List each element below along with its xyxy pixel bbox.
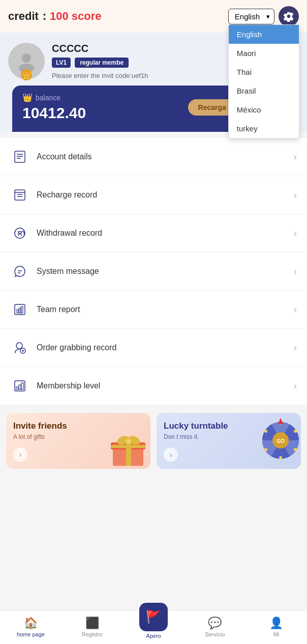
recharge-record-label: Recharge record [37,190,294,200]
level-badge: LV1 [52,58,71,68]
team-report-arrow: › [294,304,297,315]
nav-apero-label: Apero [146,633,161,639]
order-grabbing-label: Order grabbing record [37,343,294,352]
settings-button[interactable] [279,6,299,26]
lang-english[interactable]: English [229,25,299,44]
crown-badge: 👑 [21,69,32,80]
nav-servicio[interactable]: 💬 Servicio [184,617,245,637]
lucky-turntable-arrow[interactable]: › [164,447,178,462]
credit-label: credit：100 score [8,9,101,24]
member-badge: regular membe [75,58,129,68]
nav-mi-label: Mi [273,631,280,637]
menu-item-team-report[interactable]: Team report › [0,291,307,329]
svg-rect-29 [111,445,145,448]
language-menu: English Maori Thai Brasil México turkey [228,24,299,138]
apero-center-icon: 🚩 [139,603,168,631]
order-grabbing-icon [10,338,29,357]
lang-maori[interactable]: Maori [229,44,299,63]
balance-amount: 10412.40 [22,104,86,122]
svg-rect-15 [17,310,18,313]
mi-icon: 👤 [269,617,283,630]
account-details-arrow: › [294,152,297,162]
menu-item-account-details[interactable]: Account details › [0,138,307,176]
svg-rect-2 [15,151,25,162]
language-selected: English [235,12,260,21]
menu-item-withdrawal-record[interactable]: R Withdrawal record › [0,214,307,253]
nav-registro[interactable]: ⬛ Registro [62,617,123,637]
menu-list: Account details › Recharge record › R Wi… [0,138,307,405]
svg-point-38 [294,448,297,451]
account-details-icon [10,147,29,166]
system-message-label: System message [37,267,294,276]
svg-rect-24 [19,385,21,389]
header-right: English English Maori Thai Brasil México… [228,6,299,26]
svg-marker-42 [278,418,283,424]
svg-rect-6 [15,190,25,200]
nav-servicio-label: Servicio [205,631,225,637]
lang-turkey[interactable]: turkey [229,119,299,138]
menu-item-system-message[interactable]: System message › [0,253,307,291]
menu-item-order-grabbing-record[interactable]: Order grabbing record › [0,329,307,367]
invite-friends-arrow[interactable]: › [13,447,27,462]
svg-point-32 [126,439,131,444]
servicio-icon: 💬 [208,617,222,630]
membership-level-arrow: › [294,381,297,391]
nav-mi[interactable]: 👤 Mi [245,617,307,637]
order-grabbing-arrow: › [294,343,297,353]
home-icon: 🏠 [24,617,38,630]
withdrawal-record-arrow: › [294,228,297,239]
credit-score: 100 score [50,10,102,22]
lucky-turntable-card[interactable]: Lucky turntable Don t miss it. › GO [157,413,301,469]
nav-apero[interactable]: 🚩 Apero [123,615,185,639]
svg-text:GO: GO [277,438,285,444]
nav-registro-label: Registro [82,631,103,637]
svg-point-39 [279,456,282,459]
lang-thai[interactable]: Thai [229,63,299,81]
svg-point-40 [264,448,267,451]
svg-point-41 [264,430,267,433]
bottom-nav: 🏠 home page ⬛ Registro 🚩 Apero 💬 Servici… [0,610,307,644]
svg-rect-17 [21,306,23,313]
system-message-icon [10,262,29,281]
svg-point-37 [294,430,297,433]
account-details-label: Account details [37,152,294,161]
withdrawal-record-icon: R [10,223,29,243]
menu-item-recharge-record[interactable]: Recharge record › [0,176,307,214]
withdrawal-record-label: Withdrawal record [37,229,294,238]
promo-section: Invite friends A lot of gifts › [0,405,307,477]
team-report-label: Team report [37,305,294,314]
header: credit：100 score English English Maori T… [0,0,307,33]
gear-icon [283,11,294,22]
svg-rect-23 [16,387,18,389]
system-message-arrow: › [294,266,297,277]
balance-left: 👑 balance 10412.40 [22,93,86,122]
recharge-record-arrow: › [294,190,297,201]
svg-text:R: R [18,230,22,237]
svg-point-18 [16,343,22,349]
menu-item-membership-level[interactable]: Membership level › [0,367,307,405]
lang-brasil[interactable]: Brasil [229,81,299,100]
svg-rect-25 [21,383,23,389]
recharge-record-icon [10,185,29,205]
membership-level-label: Membership level [37,381,294,390]
membership-level-icon [10,376,29,396]
nav-home-label: home page [17,631,45,637]
language-dropdown[interactable]: English English Maori Thai Brasil México… [228,9,274,24]
language-button[interactable]: English [228,9,274,24]
gift-image [108,428,148,469]
team-report-icon [10,300,29,319]
balance-label: 👑 balance [22,93,86,102]
lang-mexico[interactable]: México [229,100,299,119]
svg-rect-16 [19,308,21,313]
nav-home[interactable]: 🏠 home page [0,617,62,637]
registro-icon: ⬛ [85,617,99,630]
svg-point-0 [22,53,31,63]
wheel-image: GO [258,415,301,458]
invite-friends-card[interactable]: Invite friends A lot of gifts › [6,413,150,469]
avatar-wrap: 👑 [8,43,45,79]
apero-flag-icon: 🚩 [146,610,161,624]
